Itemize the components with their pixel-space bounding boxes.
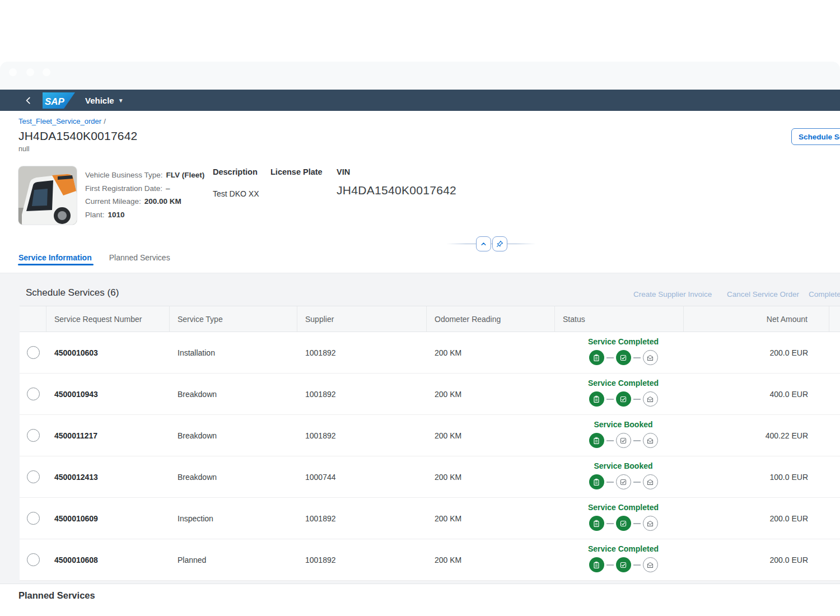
status-badge: Service Completed <box>588 544 659 553</box>
table-row[interactable]: 4500010943Breakdown1001892200 KMService … <box>20 374 840 415</box>
service-type: Breakdown <box>170 415 297 456</box>
table-row[interactable]: 4500012413Breakdown1000744200 KMService … <box>20 456 840 498</box>
status-step-check-icon <box>616 433 631 448</box>
breadcrumb: Test_Fleet_Service_order/ <box>18 117 106 125</box>
row-radio[interactable] <box>27 429 40 442</box>
row-radio[interactable] <box>27 388 40 400</box>
net-amount: 200.0 EUR <box>684 539 829 580</box>
svg-text:SAP: SAP <box>45 96 65 107</box>
status-step-clipboard-icon <box>589 350 604 365</box>
schedule-service-button[interactable]: Schedule Service <box>791 128 840 145</box>
net-amount: 100.0 EUR <box>684 456 829 497</box>
service-request-number: 4500010609 <box>46 498 170 539</box>
pushpin-icon <box>496 240 504 248</box>
status-cell: Service Completed <box>555 332 684 373</box>
table-row[interactable]: 4500010603Installation1001892200 KMServi… <box>20 332 840 374</box>
step-connector <box>633 357 641 358</box>
clipboard-icon <box>592 395 600 403</box>
status-badge: Service Booked <box>594 461 652 470</box>
back-button[interactable] <box>22 94 34 107</box>
odometer-reading: 200 KM <box>427 539 555 580</box>
supplier: 1001892 <box>297 374 427 414</box>
odometer-reading: 200 KM <box>427 332 555 373</box>
table-row[interactable]: 4500011217Breakdown1001892200 KMService … <box>20 415 840 456</box>
service-request-number: 4500010608 <box>46 539 170 580</box>
table-header: Service Request Number Service Type Supp… <box>20 306 840 332</box>
app-title-menu[interactable]: Vehicle ▼ <box>85 96 124 105</box>
status-step-clipboard-icon <box>589 474 604 489</box>
browser-chrome <box>0 62 840 90</box>
create-supplier-invoice-link[interactable]: Create Supplier Invoice <box>633 290 712 298</box>
step-connector <box>633 399 641 400</box>
breadcrumb-link[interactable]: Test_Fleet_Service_order <box>18 117 101 125</box>
column-header: Service Type <box>170 306 297 332</box>
status-progress <box>589 433 658 448</box>
status-progress <box>589 557 658 572</box>
planned-services-title: Planned Services <box>18 590 95 601</box>
row-nav-cell <box>829 415 840 456</box>
cancel-service-order-link[interactable]: Cancel Service Order <box>727 290 799 298</box>
status-step-clipboard-icon <box>589 391 604 407</box>
status-progress <box>589 350 658 365</box>
description-value: Test DKO XX <box>213 189 259 198</box>
table-body: 4500010603Installation1001892200 KMServi… <box>20 332 840 581</box>
table-row[interactable]: 4500010608Planned1001892200 KMService Co… <box>20 539 840 581</box>
step-connector <box>606 357 614 358</box>
attribute-row: Vehicle Business Type:FLV (Fleet) <box>85 169 204 182</box>
vin-value: JH4DA1540K0017642 <box>337 184 456 197</box>
page-title: JH4DA1540K0017642 <box>18 129 137 143</box>
service-type: Breakdown <box>170 456 297 497</box>
step-connector <box>633 482 641 483</box>
status-step-invoice-icon <box>643 557 658 572</box>
app-window: SAP Vehicle ▼ Test_Fleet_Service_order/ … <box>0 0 840 616</box>
vehicle-attributes: Vehicle Business Type:FLV (Fleet) First … <box>85 169 204 222</box>
step-connector <box>606 523 614 524</box>
status-step-invoice-icon <box>643 474 658 489</box>
row-nav-cell <box>829 332 840 373</box>
row-select-cell <box>20 332 46 373</box>
supplier: 1001892 <box>297 415 427 456</box>
row-select-cell <box>20 456 46 497</box>
row-nav-cell <box>829 539 840 580</box>
checkbox-icon <box>619 520 627 528</box>
service-type: Inspection <box>170 498 297 539</box>
net-amount: 200.0 EUR <box>684 332 829 373</box>
shellbar: SAP Vehicle ▼ <box>0 90 840 111</box>
collapse-header-button[interactable] <box>476 236 491 251</box>
window-dot-icon <box>43 68 50 76</box>
table-row[interactable]: 4500010609Inspection1001892200 KMService… <box>20 498 840 539</box>
schedule-services-title: Schedule Services (6) <box>26 287 119 298</box>
service-request-number: 4500010603 <box>46 332 170 373</box>
odometer-reading: 200 KM <box>427 498 555 539</box>
step-connector <box>606 440 614 441</box>
tab-planned-services[interactable]: Planned Services <box>109 253 170 270</box>
checkbox-icon <box>619 395 627 403</box>
status-badge: Service Completed <box>588 337 659 346</box>
status-progress <box>589 516 658 531</box>
status-step-check-icon <box>616 350 631 365</box>
row-radio[interactable] <box>27 553 40 566</box>
status-step-clipboard-icon <box>589 433 604 448</box>
row-radio[interactable] <box>27 512 40 525</box>
net-amount: 400.0 EUR <box>684 374 829 414</box>
tab-service-information[interactable]: Service Information <box>18 253 92 270</box>
service-request-number: 4500010943 <box>46 374 170 414</box>
pin-header-button[interactable] <box>492 236 507 251</box>
complete-link[interactable]: Complete <box>809 290 840 298</box>
description-column: Description Test DKO XX <box>213 167 259 198</box>
status-cell: Service Completed <box>555 498 684 539</box>
row-radio[interactable] <box>27 346 40 359</box>
net-amount: 200.0 EUR <box>684 498 829 539</box>
status-step-invoice-icon <box>643 516 658 531</box>
status-cell: Service Completed <box>555 374 684 414</box>
status-step-clipboard-icon <box>589 557 604 572</box>
status-cell: Service Booked <box>555 456 684 497</box>
row-radio[interactable] <box>27 470 40 483</box>
supplier: 1001892 <box>297 332 427 373</box>
row-select-cell <box>20 498 46 539</box>
supplier: 1001892 <box>297 539 427 580</box>
net-amount: 400.22 EUR <box>684 415 829 456</box>
service-request-number: 4500011217 <box>46 415 170 456</box>
status-progress <box>589 474 658 489</box>
status-cell: Service Completed <box>555 539 684 580</box>
